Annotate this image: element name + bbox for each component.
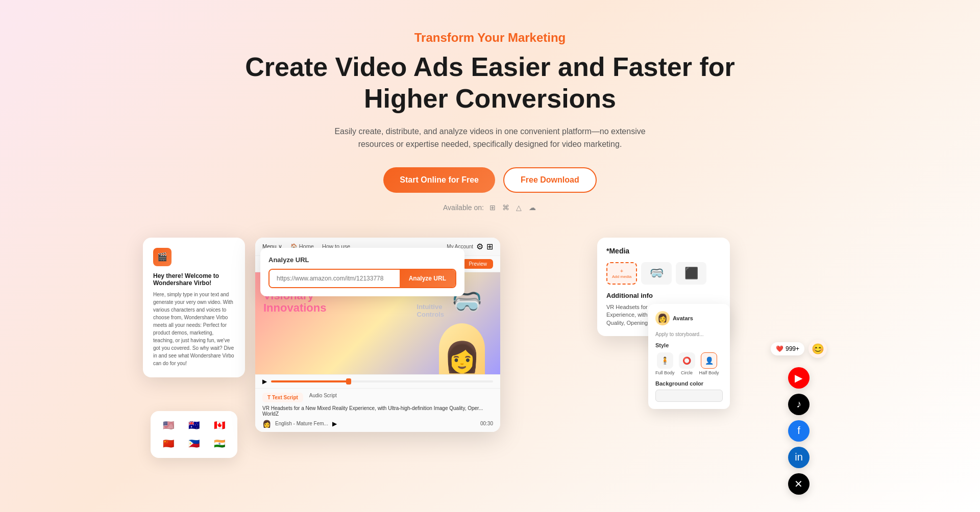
circle-label: Circle [681,370,693,375]
macos-icon: ⌘ [501,203,510,212]
free-download-button[interactable]: Free Download [503,167,597,193]
full-body-option[interactable]: 🧍 Full Body [655,352,675,375]
avatar-icon: 👩 [655,311,670,325]
scrubber-bar: ▶ [255,374,500,388]
media-thumbnail-2[interactable]: ⬛ [676,262,706,285]
half-body-option[interactable]: 👤 Half Body [699,352,719,375]
script-section: T Text Script Audio Script VR Headsets f… [255,388,500,432]
chat-card: 🎬 Hey there! Welcome to Wondershare Virb… [143,238,245,377]
analyze-label: Analyze URL [268,256,456,264]
full-body-icon: 🧍 [657,352,673,369]
tiktok-button[interactable]: ♪ [788,394,810,415]
virbo-icon: 🎬 [153,248,172,266]
script-text: VR Headsets for a New Mixed Reality Expe… [262,405,493,417]
reactions-row: ❤️ 999+ 😊 [771,340,827,358]
analyze-input[interactable] [270,270,400,287]
cloud-icon: ☁ [528,203,537,212]
apply-to-storyboard-button[interactable]: Apply to storyboard... [655,331,704,337]
half-body-label: Half Body [699,370,719,375]
text-script-tab[interactable]: T Text Script [262,393,303,402]
subheadline: Easily create, distribute, and analyze v… [316,125,664,151]
flag-us: 🇺🇸 [158,418,179,432]
x-button[interactable]: ✕ [788,473,810,495]
flag-cn: 🇨🇳 [158,437,179,451]
half-body-icon: 👤 [701,352,717,369]
avatars-label: Avatars [673,315,693,321]
media-thumbnail-1[interactable]: 🥽 [641,262,672,285]
media-title: *Media [606,247,721,255]
voice-play-icon[interactable]: ▶ [332,420,337,427]
flag-au: 🇦🇺 [183,418,205,432]
style-options: 🧍 Full Body ⭕ Circle 👤 Half Body [655,352,723,375]
play-icon[interactable]: ▶ [262,378,267,385]
voice-avatar-icon: 👩 [262,420,271,428]
windows-icon: ⊞ [488,203,497,212]
emoji-reaction: 😊 [808,340,827,358]
flag-ph: 🇵🇭 [183,437,205,451]
bg-color-picker[interactable] [655,390,723,402]
settings-icon[interactable]: ⚙ [476,242,483,251]
screenshots-container: 🎬 Hey there! Welcome to Wondershare Virb… [0,238,980,503]
circle-icon: ⭕ [679,352,695,369]
cta-buttons: Start Online for Free Free Download [10,167,970,193]
avatar-row: 👩 Avatars [655,311,723,325]
audio-script-tab[interactable]: Audio Script [309,393,337,402]
chat-body: Here, simply type in your text and gener… [153,291,235,367]
voice-label: English - Mature Fem... [275,421,328,426]
youtube-button[interactable]: ▶ [788,367,810,389]
media-grid: + Add media 🥽 ⬛ [606,262,721,285]
preview-button[interactable]: Preview [462,259,493,269]
linkedin-button[interactable]: in [788,447,810,468]
circle-option[interactable]: ⭕ Circle [679,352,695,375]
social-icons-panel: ❤️ 999+ 😊 ▶ ♪ f in ✕ [771,340,827,495]
additional-info-title: Additional info [606,292,721,299]
available-on: Available on: ⊞ ⌘ △ ☁ [10,203,970,212]
android-icon: △ [514,203,524,212]
flags-card: 🇺🇸 🇦🇺 🇨🇦 🇨🇳 🇵🇭 🇮🇳 [151,411,237,458]
style-label: Style [655,342,723,348]
flag-ca: 🇨🇦 [209,418,230,432]
analyze-button[interactable]: Analyze URL [400,270,455,287]
tagline: Transform Your Marketing [10,31,970,45]
full-body-label: Full Body [655,370,675,375]
analyze-url-card: Analyze URL Analyze URL [260,248,464,296]
flag-in: 🇮🇳 [209,437,230,451]
headline: Create Video Ads Easier and Faster for H… [10,51,970,115]
hero-section: Transform Your Marketing Create Video Ad… [0,0,980,233]
grid-icon[interactable]: ⊞ [486,242,493,251]
bg-color-label: Background color [655,380,723,387]
add-media-button[interactable]: + Add media [606,262,637,285]
hearts-counter: ❤️ 999+ [771,342,804,355]
facebook-button[interactable]: f [788,420,810,442]
start-online-button[interactable]: Start Online for Free [383,167,495,193]
style-panel: 👩 Avatars Apply to storyboard... Style 🧍… [648,304,730,409]
chat-title: Hey there! Welcome to Wondershare Virbo! [153,272,235,287]
time-label: 00:30 [480,421,493,426]
avatar-image: 👩 [439,323,485,374]
